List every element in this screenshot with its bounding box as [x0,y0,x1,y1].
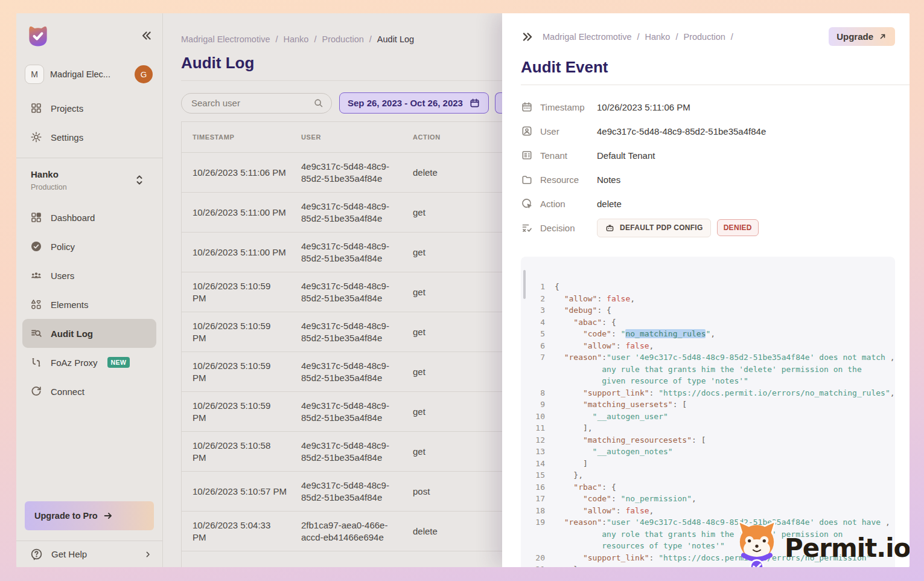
code-line: 10 "__autogen_user" [529,411,889,423]
code-text: "support_link": "https://docs.permit.io/… [555,387,895,399]
breadcrumb-separator: / [314,34,316,44]
line-number: 14 [529,458,545,470]
user-cell: 4e9c317c-5d48-48c9-85d2-51be35a4f84e [301,320,413,344]
chevron-updown-icon[interactable] [135,174,144,186]
code-line: any rule that grants him the 'delete' pe… [529,364,889,376]
drawer-collapse-icon[interactable] [521,30,534,43]
calendar-icon [521,101,540,113]
new-badge: NEW [107,357,130,368]
line-number: 17 [529,493,545,505]
breadcrumb-item[interactable]: Production [322,34,363,44]
line-number: 2 [529,293,545,305]
sidebar-item-audit-log[interactable]: Audit Log [22,319,156,348]
denied-badge: DENIED [717,219,759,236]
workspace-selector[interactable]: Hanko Production [16,164,162,203]
code-line: 16 "rbac": { [529,481,889,493]
timestamp-cell: 10/26/2023 5:10:59PM [193,400,301,424]
line-number [529,375,545,387]
breadcrumb-item[interactable]: Production [683,32,725,42]
date-range-label: Sep 26, 2023 - Oct 26, 2023 [348,98,463,108]
timestamp-cell: 10/26/2023 5:04:13 [193,565,301,568]
permit-logo [25,22,51,49]
sidebar-item-dashboard[interactable]: Dashboard [22,203,156,232]
sidebar-item-policy[interactable]: Policy [22,232,156,261]
code-text: "abac": { [555,316,616,329]
code-line: 2 "allow": false, [529,293,889,305]
projects-icon [30,102,42,114]
robot-icon [605,223,615,233]
sidebar-top-nav: ProjectsSettings [16,94,162,152]
get-help-button[interactable]: Get Help [16,541,162,567]
line-number [529,364,545,376]
code-text: ] [555,458,588,470]
code-text: "rbac": { [555,481,616,493]
field-label: User [540,126,597,136]
code-text: } [555,563,578,567]
field-value: Notes [597,175,895,185]
user-cell: 4e9c317c-5d48-48c9-85d2-51be35a4f84e [301,440,413,464]
event-field-tenant: TenantDefault Tenant [521,143,895,167]
help-icon [30,548,43,560]
decision-icon [521,222,540,234]
sidebar-collapse-icon[interactable] [139,29,153,42]
code-line: 6 "allow": false, [529,340,889,352]
breadcrumb-item[interactable]: Hanko [645,32,671,42]
sidebar-spacer [16,406,162,501]
sidebar-item-label: FoAz Proxy [51,358,98,368]
code-line: 3 "debug": { [529,304,889,316]
breadcrumb-current: Audit Log [377,34,414,44]
code-text: "reason":"user '4e9c317c-5d48-48c9-85d2-… [555,351,895,364]
breadcrumb-item[interactable]: Hanko [284,34,309,44]
chevron-right-icon [143,550,153,559]
date-range-button[interactable]: Sep 26, 2023 - Oct 26, 2023 [339,92,489,114]
sidebar-item-elements[interactable]: Elements [22,290,156,319]
pdp-config-chip[interactable]: DEFAULT PDP CONFIG [597,219,711,237]
sidebar-item-connect[interactable]: Connect [22,377,156,406]
timestamp-cell: 10/26/2023 5:10:57 PM [193,486,301,498]
arrow-up-right-icon [878,32,887,41]
code-text: "matching_usersets": [ [555,399,687,411]
event-field-action: Actiondelete [521,191,895,216]
line-number [529,528,545,541]
breadcrumb-item[interactable]: Madrigal Electromotive [543,32,631,42]
sidebar-item-label: Settings [51,132,83,143]
sidebar-item-foaz-proxy[interactable]: FoAz ProxyNEW [22,348,156,377]
code-text: "__autogen_notes" [555,446,673,458]
code-text: "code": "no_matching_rules", [555,328,715,340]
code-text: { [555,281,559,293]
user-cell: 4e9c317c-5d48-48c9-85d2-51be35a4f84e [301,240,413,265]
scrollbar-thumb[interactable] [523,270,526,299]
selected-text: no_matching_rules [625,329,706,338]
upgrade-to-pro-button[interactable]: Upgrade to Pro [25,501,154,530]
breadcrumb-separator: / [675,32,678,42]
code-text: any rule that grants him the 'delete' pe… [555,364,862,376]
field-value: Default Tenant [597,150,895,161]
code-line: 12 "matching_resourcesets": [ [529,434,889,446]
column-header-user: USER [301,133,413,141]
event-fields: Timestamp10/26/2023 5:11:06 PMUser4e9c31… [521,95,895,216]
line-number: 11 [529,422,545,434]
code-line: 8 "support_link": "https://docs.permit.i… [529,387,889,399]
avatar[interactable]: G [135,65,153,83]
sidebar-item-users[interactable]: Users [22,261,156,290]
sidebar-item-settings[interactable]: Settings [22,123,156,152]
search-input[interactable] [181,93,332,114]
sidebar-item-label: Dashboard [51,213,95,223]
org-switcher[interactable]: M Madrigal Elec... G [25,62,153,86]
breadcrumb-separator: / [275,34,278,44]
line-number: 5 [529,328,545,340]
breadcrumb-item[interactable]: Madrigal Electromotive [181,34,270,44]
sidebar-item-projects[interactable]: Projects [22,94,156,123]
code-text: "code": "no_permission", [555,493,696,505]
sidebar-divider [16,158,162,158]
permitio-wordmark: Permit.io [785,533,910,563]
breadcrumb-separator: / [369,34,372,44]
code-line: 11 ], [529,422,889,434]
field-label: Action [540,199,597,209]
line-number: 12 [529,434,545,446]
settings-icon [30,131,42,143]
timestamp-cell: 10/26/2023 5:10:58PM [193,440,301,464]
calendar-icon [469,97,480,109]
upgrade-button[interactable]: Upgrade [829,27,895,46]
timestamp-cell: 10/26/2023 5:11:00 PM [193,207,301,219]
